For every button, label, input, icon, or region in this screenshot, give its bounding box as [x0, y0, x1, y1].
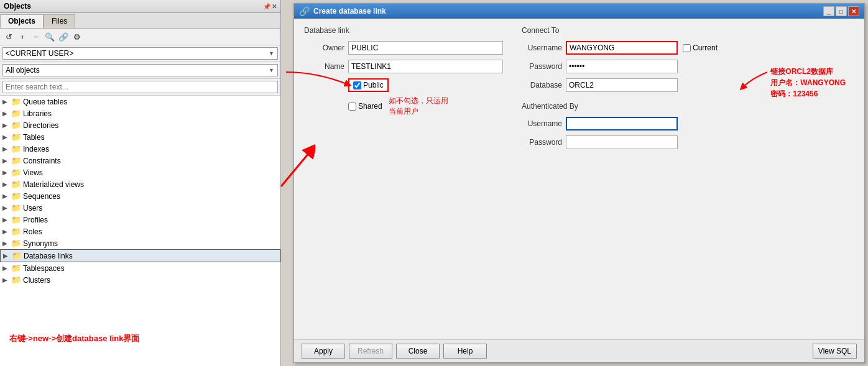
expand-icon: ▶: [2, 169, 11, 176]
connect-arrow-svg: [739, 69, 770, 94]
search-input[interactable]: [2, 81, 278, 93]
tree-item-sequences[interactable]: ▶ 📁 Sequences: [0, 190, 280, 202]
maximize-button[interactable]: □: [836, 6, 847, 16]
close-dialog-button[interactable]: Close: [396, 344, 440, 359]
tree-item-tables[interactable]: ▶ 📁 Tables: [0, 131, 280, 143]
refresh-button[interactable]: Refresh: [349, 344, 392, 359]
expand-icon: ▶: [2, 157, 11, 164]
connect-annotation-text: 链接ORCL2数据库用户名：WANGYONG密码：123456: [770, 67, 846, 98]
search-icon[interactable]: 🔍: [44, 30, 56, 43]
auth-username-input[interactable]: [566, 117, 678, 130]
dialog-title-icon: 🔗: [299, 6, 310, 16]
dialog-window: 🔗 Create database link _ □ ✕ Database li…: [293, 3, 865, 363]
db-link-section-title: Database link: [304, 26, 503, 35]
dialog-body: Database link Owner Name Public: [294, 19, 864, 339]
user-dropdown-wrapper: <CURRENT USER>: [2, 47, 278, 60]
auth-password-input[interactable]: [566, 135, 678, 149]
expand-icon: ▶: [2, 122, 11, 129]
tree-label: Profiles: [23, 216, 48, 224]
refresh-icon[interactable]: ↺: [2, 30, 15, 43]
tree-item-queue-tables[interactable]: ▶ 📁 Queue tables: [0, 96, 280, 108]
add-icon[interactable]: +: [16, 30, 29, 43]
dialog-overlay: 🔗 Create database link _ □ ✕ Database li…: [281, 0, 868, 366]
folder-icon: 📁: [11, 132, 21, 142]
tree-label: Roles: [23, 227, 42, 236]
folder-icon: 📁: [11, 203, 21, 213]
panel-header: Objects 📌 ✕: [0, 0, 280, 13]
tree-label: Tablespaces: [23, 264, 65, 273]
folder-icon: 📁: [11, 144, 21, 153]
tree-label: Database links: [24, 252, 73, 260]
tree-item-tablespaces[interactable]: ▶ 📁 Tablespaces: [0, 262, 280, 274]
public-arrow-svg: [280, 66, 354, 97]
tab-files[interactable]: Files: [44, 14, 75, 28]
public-label: Public: [363, 81, 384, 89]
connect-database-input[interactable]: [566, 78, 678, 92]
name-input[interactable]: [348, 60, 503, 73]
view-sql-button[interactable]: View SQL: [813, 344, 857, 359]
folder-icon: 📁: [11, 227, 21, 236]
close-button[interactable]: ✕: [848, 6, 859, 16]
folder-icon: 📁: [11, 275, 21, 285]
folder-icon: 📁: [11, 97, 21, 106]
link-icon[interactable]: 🔗: [57, 30, 70, 43]
connect-username-label: Username: [522, 43, 562, 52]
left-panel: Objects 📌 ✕ Objects Files ↺ + − 🔍 🔗 ⚙ <C…: [0, 0, 281, 366]
auth-username-label: Username: [522, 119, 562, 128]
owner-label: Owner: [304, 43, 344, 52]
expand-icon: ▶: [3, 252, 12, 259]
auth-section-title: Authenticated By: [522, 102, 854, 111]
tree-item-synonyms[interactable]: ▶ 📁 Synonyms: [0, 237, 280, 249]
pin-icon[interactable]: 📌: [263, 3, 270, 10]
public-annotation: 如不勾选，只运用 当前用户: [389, 96, 448, 117]
user-dropdown[interactable]: <CURRENT USER>: [2, 47, 278, 60]
folder-icon: 📁: [11, 215, 21, 224]
minimize-button[interactable]: _: [823, 6, 834, 16]
tree-label: Indexes: [23, 145, 49, 153]
expand-icon: ▶: [2, 145, 11, 152]
tree-item-roles[interactable]: ▶ 📁 Roles: [0, 226, 280, 237]
remove-icon[interactable]: −: [30, 30, 42, 43]
tree-label: Users: [23, 204, 42, 213]
tree-label: Synonyms: [23, 239, 58, 248]
tree-item-clusters[interactable]: ▶ 📁 Clusters: [0, 274, 280, 286]
settings-icon[interactable]: ⚙: [71, 30, 83, 43]
tree-item-directories[interactable]: ▶ 📁 Directories: [0, 119, 280, 131]
panel-header-icons: 📌 ✕: [263, 3, 277, 10]
auth-password-row: Password: [522, 135, 854, 149]
tree-item-constraints[interactable]: ▶ 📁 Constraints: [0, 155, 280, 167]
public-checkbox-row: Public: [348, 78, 503, 92]
current-label: Current: [693, 43, 718, 52]
expand-icon: ▶: [2, 110, 11, 117]
tree-item-materialized-views[interactable]: ▶ 📁 Materialized views: [0, 178, 280, 190]
footer-left: Apply Refresh Close Help: [302, 344, 487, 359]
apply-button[interactable]: Apply: [302, 344, 345, 359]
tree-area[interactable]: ▶ 📁 Queue tables ▶ 📁 Libraries ▶ 📁 Direc…: [0, 96, 280, 366]
tree-item-libraries[interactable]: ▶ 📁 Libraries: [0, 108, 280, 119]
current-checkbox[interactable]: [683, 44, 691, 52]
tree-item-views[interactable]: ▶ 📁 Views: [0, 167, 280, 178]
connect-section-title: Connect To: [522, 26, 854, 35]
tree-item-users[interactable]: ▶ 📁 Users: [0, 202, 280, 214]
connect-password-input[interactable]: [566, 60, 678, 73]
tab-objects[interactable]: Objects: [0, 14, 44, 28]
help-button[interactable]: Help: [443, 344, 487, 359]
owner-input[interactable]: [348, 41, 503, 55]
folder-icon: 📁: [11, 263, 21, 273]
shared-checkbox[interactable]: [348, 103, 356, 111]
folder-icon: 📁: [11, 239, 21, 248]
close-panel-icon[interactable]: ✕: [272, 3, 277, 10]
expand-icon: ▶: [2, 204, 11, 211]
connect-username-input[interactable]: [566, 41, 678, 55]
search-row: [0, 79, 280, 96]
auth-username-row: Username: [522, 117, 854, 130]
current-checkbox-label: Current: [683, 43, 718, 52]
expand-icon: ▶: [2, 265, 11, 272]
tree-item-indexes[interactable]: ▶ 📁 Indexes: [0, 143, 280, 155]
connect-password-label: Password: [522, 62, 562, 71]
folder-icon: 📁: [11, 156, 21, 165]
auth-password-label: Password: [522, 138, 562, 147]
objects-dropdown[interactable]: All objects: [2, 64, 278, 76]
tree-item-profiles[interactable]: ▶ 📁 Profiles: [0, 214, 280, 226]
tree-item-database-links[interactable]: ▶ 📁 Database links: [0, 249, 280, 262]
